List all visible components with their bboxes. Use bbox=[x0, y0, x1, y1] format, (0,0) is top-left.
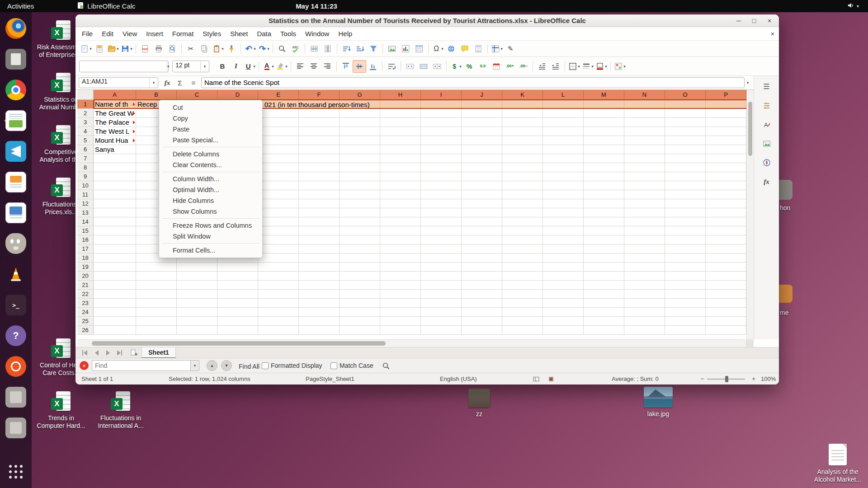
cell-G23[interactable] bbox=[340, 299, 380, 308]
cell-M21[interactable] bbox=[584, 281, 624, 290]
cell-I11[interactable] bbox=[421, 190, 462, 199]
cell-P3[interactable] bbox=[706, 118, 746, 127]
cell-D22[interactable] bbox=[217, 290, 258, 299]
font-name-input[interactable] bbox=[80, 61, 167, 71]
dock-libreoffice-calc[interactable] bbox=[4, 109, 28, 132]
cell-O23[interactable] bbox=[665, 299, 706, 308]
cell-J9[interactable] bbox=[462, 172, 502, 181]
cell-G12[interactable] bbox=[340, 199, 380, 208]
context-menu-item-paste-special[interactable]: Paste Special... bbox=[159, 135, 262, 145]
row-header-5[interactable]: 5 bbox=[77, 136, 94, 145]
context-menu-item-column-width[interactable]: Column Width... bbox=[159, 174, 262, 184]
cell-A24[interactable] bbox=[94, 308, 136, 317]
dock-chrome[interactable] bbox=[4, 78, 28, 102]
cell-M3[interactable] bbox=[584, 118, 624, 127]
cell-J1[interactable] bbox=[462, 100, 502, 109]
find-next-button[interactable]: ▼ bbox=[221, 360, 232, 371]
cell-P12[interactable] bbox=[706, 199, 746, 208]
menu-sheet[interactable]: Sheet bbox=[226, 27, 252, 40]
next-sheet-button[interactable] bbox=[103, 348, 113, 357]
select-all-corner[interactable] bbox=[77, 90, 94, 100]
save-button[interactable]: ▾ bbox=[120, 42, 133, 55]
cell-L14[interactable] bbox=[543, 217, 584, 226]
cell-H1[interactable] bbox=[380, 100, 421, 109]
cell-E19[interactable] bbox=[258, 263, 299, 272]
cell-I4[interactable] bbox=[421, 127, 462, 136]
show-draw-functions-button[interactable]: ✎ bbox=[504, 42, 517, 55]
context-menu-item-format-cells[interactable]: Format Cells... bbox=[159, 245, 262, 256]
cell-N7[interactable] bbox=[624, 154, 665, 163]
cell-L17[interactable] bbox=[543, 244, 584, 253]
cell-G2[interactable] bbox=[340, 109, 380, 118]
cell-J19[interactable] bbox=[462, 263, 502, 272]
freeze-rows-and-columns-button[interactable]: ▾ bbox=[490, 42, 504, 55]
zoom-slider[interactable] bbox=[707, 379, 745, 380]
bold-button[interactable]: B bbox=[216, 60, 229, 73]
cell-E22[interactable] bbox=[258, 290, 299, 299]
insert-pivot-table-button[interactable] bbox=[412, 42, 426, 55]
cell-O25[interactable] bbox=[665, 317, 706, 326]
menu-styles[interactable]: Styles bbox=[198, 27, 226, 40]
context-menu-item-optimal-width[interactable]: Optimal Width... bbox=[159, 184, 262, 195]
cell-N2[interactable] bbox=[624, 109, 665, 118]
cell-O2[interactable] bbox=[665, 109, 706, 118]
cell-K3[interactable] bbox=[502, 118, 543, 127]
chevron-down-icon[interactable]: ▾ bbox=[149, 77, 158, 88]
menu-file[interactable]: File bbox=[77, 27, 97, 40]
cell-M16[interactable] bbox=[584, 235, 624, 244]
cell-E11[interactable] bbox=[258, 190, 299, 199]
menu-insert[interactable]: Insert bbox=[142, 27, 168, 40]
sidebar-tab-navigator[interactable] bbox=[758, 155, 776, 171]
find-and-replace-button[interactable] bbox=[381, 361, 391, 371]
cell-O20[interactable] bbox=[665, 272, 706, 281]
cell-I13[interactable] bbox=[421, 208, 462, 217]
cell-G4[interactable] bbox=[340, 127, 380, 136]
vertical-scrollbar[interactable] bbox=[746, 90, 754, 339]
cell-J7[interactable] bbox=[462, 154, 502, 163]
row-header-25[interactable]: 25 bbox=[77, 317, 94, 326]
formatted-display-checkbox[interactable] bbox=[262, 362, 269, 369]
cell-E16[interactable] bbox=[258, 235, 299, 244]
cell-O7[interactable] bbox=[665, 154, 706, 163]
cell-A1[interactable]: Name of th bbox=[94, 100, 136, 109]
close-find-bar-button[interactable]: × bbox=[80, 361, 89, 370]
cell-K10[interactable] bbox=[502, 181, 543, 190]
dock-terminal[interactable]: >_ bbox=[4, 293, 28, 317]
wrap-text-button[interactable] bbox=[385, 60, 398, 73]
cell-H7[interactable] bbox=[380, 154, 421, 163]
cell-N3[interactable] bbox=[624, 118, 665, 127]
row-header-4[interactable]: 4 bbox=[77, 127, 94, 136]
cell-A19[interactable] bbox=[94, 263, 136, 272]
cell-N15[interactable] bbox=[624, 226, 665, 235]
cell-E8[interactable] bbox=[258, 163, 299, 172]
cell-M6[interactable] bbox=[584, 145, 624, 154]
align-left-button[interactable] bbox=[293, 60, 307, 73]
cell-H8[interactable] bbox=[380, 163, 421, 172]
cell-K20[interactable] bbox=[502, 272, 543, 281]
cell-I14[interactable] bbox=[421, 217, 462, 226]
cell-P16[interactable] bbox=[706, 235, 746, 244]
cell-B19[interactable] bbox=[136, 263, 177, 272]
cell-B20[interactable] bbox=[136, 272, 177, 281]
cell-G25[interactable] bbox=[340, 317, 380, 326]
spelling-button[interactable]: ABC bbox=[289, 42, 302, 55]
cell-O22[interactable] bbox=[665, 290, 706, 299]
cell-N11[interactable] bbox=[624, 190, 665, 199]
conditional-formatting-button[interactable]: ▾ bbox=[613, 60, 627, 73]
cell-H18[interactable] bbox=[380, 253, 421, 263]
center-vertically-button[interactable] bbox=[353, 60, 366, 73]
cell-D19[interactable] bbox=[217, 263, 258, 272]
context-menu-item-split-window[interactable]: Split Window bbox=[159, 231, 262, 242]
cell-A26[interactable] bbox=[94, 326, 136, 335]
column-header-C[interactable]: C bbox=[177, 90, 217, 100]
cell-E23[interactable] bbox=[258, 299, 299, 308]
cell-E12[interactable] bbox=[258, 199, 299, 208]
cell-K24[interactable] bbox=[502, 308, 543, 317]
cell-I10[interactable] bbox=[421, 181, 462, 190]
cell-F23[interactable] bbox=[299, 299, 340, 308]
cell-E15[interactable] bbox=[258, 226, 299, 235]
column-header-E[interactable]: E bbox=[258, 90, 299, 100]
cell-P6[interactable] bbox=[706, 145, 746, 154]
cell-P2[interactable] bbox=[706, 109, 746, 118]
cell-M7[interactable] bbox=[584, 154, 624, 163]
